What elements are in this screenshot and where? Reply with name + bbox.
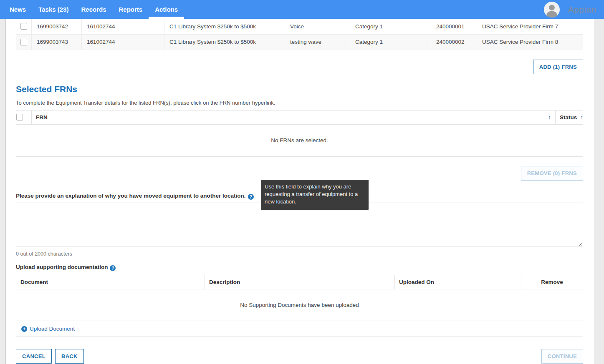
spin-cell: 240000002	[431, 34, 477, 50]
explanation-tooltip: Use this field to explain why you are re…	[261, 180, 369, 210]
nav-item-tasks[interactable]: Tasks (23)	[32, 0, 75, 19]
nav-item-reports[interactable]: Reports	[112, 0, 149, 19]
nickname-cell: C1 Library System $250k to $500k	[164, 34, 285, 50]
description-column-header: Description	[205, 275, 395, 289]
continue-button[interactable]: CONTINUE	[541, 349, 583, 364]
help-icon[interactable]: ?	[248, 194, 254, 200]
user-icon	[544, 2, 560, 18]
nav-right-group: Appian	[544, 0, 598, 19]
application-number-cell: 161002744	[82, 34, 164, 50]
nickname-cell: C1 Library System $250k to $500k	[164, 19, 285, 34]
top-navigation-bar: News Tasks (23) Records Reports Actions …	[0, 0, 604, 19]
footer-button-bar: CANCEL BACK CONTINUE	[16, 349, 583, 364]
documents-table: Document Description Uploaded On Remove …	[16, 275, 583, 336]
frn-column-header[interactable]: FRN ↑	[32, 110, 556, 124]
select-all-checkbox[interactable]	[16, 114, 23, 120]
category-cell: Category 1	[350, 19, 431, 34]
selected-frns-table: FRN ↑ Status ↑ No FRNs are selected.	[16, 110, 583, 157]
category-cell: Category 1	[350, 34, 431, 50]
add-frns-button[interactable]: ADD (1) FRNS	[533, 60, 583, 74]
main-content-card: 1699003742 161002744 C1 Library System $…	[5, 19, 594, 364]
row-select-checkbox[interactable]	[20, 23, 27, 30]
nav-item-news[interactable]: News	[3, 0, 32, 19]
no-documents-message: No Supporting Documents have been upload…	[16, 289, 583, 321]
cancel-button[interactable]: CANCEL	[16, 349, 52, 364]
sort-ascending-icon: ↑	[548, 114, 551, 120]
no-frns-message: No FRNs are selected.	[16, 124, 583, 156]
frn-cell: 1699003742	[32, 19, 82, 34]
row-select-checkbox[interactable]	[20, 39, 27, 45]
help-icon[interactable]: ?	[110, 265, 116, 271]
uploaded-on-column-header: Uploaded On	[395, 275, 521, 289]
add-icon: +	[21, 326, 27, 332]
service-provider-cell: USAC Service Provider Firm 8	[477, 34, 583, 50]
service-type-cell: testing wave	[285, 34, 350, 50]
remove-frns-button[interactable]: REMOVE (0) FRNS	[521, 166, 583, 181]
explanation-section: Please provide an explanation of why you…	[16, 192, 583, 257]
spin-cell: 240000001	[431, 19, 477, 34]
frn-cell: 1699003743	[32, 34, 82, 50]
footer-divider	[16, 340, 583, 340]
status-column-label: Status	[560, 114, 577, 120]
frn-results-table: 1699003742 161002744 C1 Library System $…	[16, 19, 583, 50]
selected-frns-heading: Selected FRNs	[16, 84, 583, 94]
upload-document-label: Upload Document	[30, 326, 75, 332]
table-row: 1699003743 161002744 C1 Library System $…	[16, 34, 583, 50]
status-column-header[interactable]: Status ↑	[556, 110, 583, 124]
sort-ascending-icon: ↑	[580, 114, 583, 120]
service-provider-cell: USAC Service Provider Firm 7	[477, 19, 583, 34]
document-column-header: Document	[16, 275, 205, 289]
service-type-cell: Voice	[285, 19, 350, 34]
nav-item-records[interactable]: Records	[75, 0, 112, 19]
remove-column-header: Remove	[521, 275, 583, 289]
table-row: 1699003742 161002744 C1 Library System $…	[16, 19, 583, 34]
application-number-cell: 161002744	[82, 19, 164, 34]
user-avatar[interactable]	[544, 2, 560, 18]
frn-column-label: FRN	[36, 114, 48, 120]
back-button[interactable]: BACK	[55, 349, 84, 364]
character-counter: 0 out of 2000 characters	[16, 251, 583, 257]
upload-documentation-label: Upload supporting documentation	[16, 264, 108, 270]
appian-logo: Appian	[568, 5, 596, 15]
explanation-label: Please provide an explanation of why you…	[16, 193, 246, 199]
upload-document-link[interactable]: + Upload Document	[21, 326, 75, 332]
nav-item-actions[interactable]: Actions	[149, 0, 184, 19]
selected-frns-instruction: To complete the Equipment Transfer detai…	[16, 100, 583, 106]
